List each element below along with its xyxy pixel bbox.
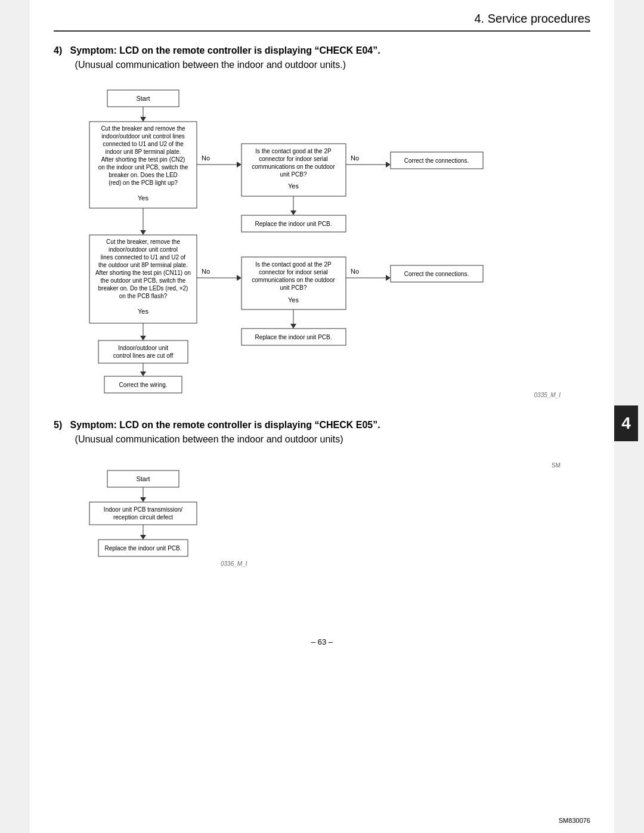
- flowchart5-container: SM Start Indoor unit PCB transmission/ r…: [54, 459, 590, 620]
- svg-text:lines connected to U1 and U2 o: lines connected to U1 and U2 of: [101, 254, 186, 261]
- header-title: 4. Service procedures: [474, 12, 590, 25]
- section4-subtitle: (Unusual communication between the indoo…: [75, 60, 346, 70]
- svg-rect-77: [89, 502, 197, 525]
- svg-marker-76: [140, 497, 146, 502]
- svg-text:breaker on. Do the LEDs (red, : breaker on. Do the LEDs (red, ×2): [98, 285, 188, 292]
- section-5: 5) Symptom: LCD on the remote controller…: [54, 418, 590, 620]
- svg-text:Yes: Yes: [138, 308, 148, 315]
- flowchart4-container: Start Cut the breaker and remove the ind…: [54, 84, 590, 400]
- sm-number: SM830076: [559, 817, 590, 824]
- svg-text:No: No: [202, 268, 210, 275]
- svg-text:connector for indoor serial: connector for indoor serial: [259, 156, 328, 162]
- svg-text:0335_M_I: 0335_M_I: [534, 392, 561, 398]
- svg-text:Cut the breaker and remove the: Cut the breaker and remove the: [101, 125, 185, 132]
- svg-text:Start: Start: [136, 95, 150, 102]
- svg-text:Replace the indoor unit PCB.: Replace the indoor unit PCB.: [255, 221, 332, 227]
- svg-text:Is the contact good at the 2P: Is the contact good at the 2P: [255, 148, 332, 154]
- page: 4. Service procedures 4) Symptom: LCD on…: [30, 0, 614, 833]
- flowchart5-svg: SM Start Indoor unit PCB transmission/ r…: [54, 459, 590, 620]
- svg-text:No: No: [202, 154, 210, 162]
- svg-marker-59: [290, 324, 296, 329]
- svg-text:indoor/outdoor unit control li: indoor/outdoor unit control lines: [101, 133, 185, 140]
- svg-marker-63: [140, 336, 146, 340]
- svg-text:connector for indoor serial: connector for indoor serial: [259, 269, 328, 275]
- svg-marker-45: [237, 275, 242, 281]
- svg-text:Is the contact good at the 2P: Is the contact good at the 2P: [255, 261, 332, 268]
- svg-text:Replace the indoor unit PCB.: Replace the indoor unit PCB.: [105, 545, 182, 552]
- svg-rect-64: [98, 340, 188, 363]
- svg-text:Yes: Yes: [138, 194, 148, 202]
- section5-subtitle: (Unusual communication between the indoo…: [75, 434, 343, 444]
- svg-marker-3: [140, 117, 146, 122]
- svg-text:the outdoor unit PCB, switch t: the outdoor unit PCB, switch the: [101, 277, 186, 284]
- svg-text:on the PCB flash?: on the PCB flash?: [119, 293, 168, 299]
- svg-text:No: No: [351, 154, 359, 162]
- svg-text:SM: SM: [552, 462, 561, 469]
- svg-text:unit PCB?: unit PCB?: [280, 284, 306, 291]
- tab-number: 4: [614, 405, 638, 441]
- svg-marker-81: [140, 535, 146, 540]
- svg-marker-24: [386, 162, 391, 168]
- svg-marker-54: [386, 275, 391, 281]
- svg-text:Yes: Yes: [288, 296, 299, 304]
- svg-text:unit PCB?: unit PCB?: [280, 171, 306, 178]
- svg-text:Correct the wiring.: Correct the wiring.: [119, 382, 167, 388]
- svg-text:reception circuit defect: reception circuit defect: [113, 514, 173, 521]
- svg-text:Indoor unit PCB transmission/: Indoor unit PCB transmission/: [104, 506, 183, 513]
- svg-marker-29: [290, 210, 296, 215]
- section-4: 4) Symptom: LCD on the remote controller…: [54, 44, 590, 400]
- section4-title: 4) Symptom: LCD on the remote controller…: [54, 44, 590, 72]
- svg-text:Cut the breaker, remove the: Cut the breaker, remove the: [106, 239, 180, 245]
- svg-text:communications on the outdoor: communications on the outdoor: [252, 277, 335, 283]
- svg-text:Start: Start: [136, 475, 150, 482]
- svg-text:(red) on the PCB light up?: (red) on the PCB light up?: [109, 179, 178, 186]
- svg-text:After shorting the test pin (C: After shorting the test pin (CN11) on: [95, 270, 191, 276]
- svg-text:Correct the connections.: Correct the connections.: [404, 271, 469, 277]
- page-number: – 63 –: [54, 631, 590, 646]
- svg-text:Yes: Yes: [288, 182, 299, 190]
- svg-text:Indoor/outdoor unit: Indoor/outdoor unit: [118, 345, 168, 351]
- svg-text:connected to U1 and U2 of the: connected to U1 and U2 of the: [103, 141, 184, 147]
- svg-text:After shorting the test pin (C: After shorting the test pin (CN2): [101, 156, 185, 163]
- svg-text:breaker on.  Does the LED: breaker on. Does the LED: [109, 172, 178, 178]
- svg-marker-15: [237, 162, 242, 168]
- svg-text:Replace the indoor unit PCB.: Replace the indoor unit PCB.: [255, 334, 332, 340]
- page-header: 4. Service procedures: [54, 12, 590, 32]
- svg-text:communications on the outdoor: communications on the outdoor: [252, 163, 335, 170]
- svg-text:indoor/outdoor unit control: indoor/outdoor unit control: [109, 246, 178, 253]
- svg-text:0336_M_I: 0336_M_I: [221, 561, 247, 567]
- flowchart4-svg: Start Cut the breaker and remove the ind…: [54, 84, 590, 400]
- svg-text:Correct the connections.: Correct the connections.: [404, 157, 469, 164]
- svg-text:No: No: [351, 268, 359, 275]
- section5-title: 5) Symptom: LCD on the remote controller…: [54, 418, 590, 447]
- section4-heading: Symptom: LCD on the remote controller is…: [70, 45, 380, 55]
- svg-text:control lines are cut off: control lines are cut off: [113, 352, 174, 359]
- svg-marker-68: [140, 371, 146, 376]
- svg-text:on the indoor unit PCB, switch: on the indoor unit PCB, switch the: [98, 164, 188, 171]
- section5-heading: Symptom: LCD on the remote controller is…: [70, 420, 380, 430]
- svg-marker-33: [140, 230, 146, 235]
- svg-text:indoor unit 8P terminal plate.: indoor unit 8P terminal plate.: [105, 148, 181, 155]
- svg-text:the outdoor unit 8P terminal p: the outdoor unit 8P terminal plate.: [98, 262, 188, 268]
